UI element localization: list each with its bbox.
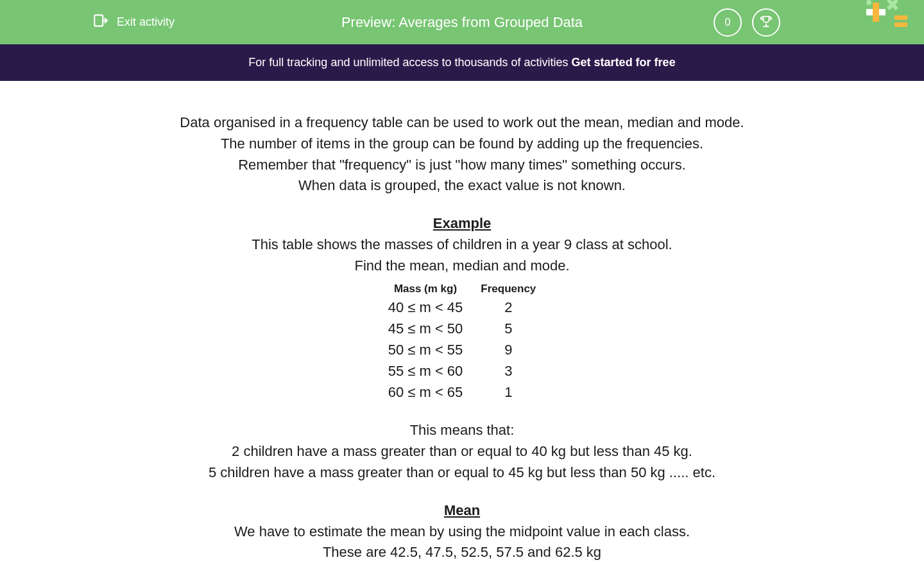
freq-cell: 2: [472, 297, 545, 319]
explanation-line: This means that:: [26, 421, 898, 441]
mean-heading: Mean: [26, 501, 898, 521]
table-row: 40 ≤ m < 45 2: [379, 297, 545, 319]
mass-cell: 60 ≤ m < 65: [379, 382, 472, 403]
intro-line: Data organised in a frequency table can …: [26, 113, 898, 133]
mean-block: Mean We have to estimate the mean by usi…: [26, 501, 898, 578]
explanation-block: This means that: 2 children have a mass …: [26, 421, 898, 482]
freq-cell: 9: [472, 340, 545, 361]
brand-logo-icon: [866, 0, 911, 33]
freq-cell: 5: [472, 319, 545, 340]
svg-rect-5: [879, 9, 886, 15]
col-header-mass: Mass (m kg): [379, 280, 472, 298]
table-header-row: Mass (m kg) Frequency: [379, 280, 545, 298]
example-line: This table shows the masses of children …: [26, 235, 898, 255]
mass-cell: 55 ≤ m < 60: [379, 361, 472, 382]
explanation-line: 5 children have a mass greater than or e…: [26, 463, 898, 483]
col-header-freq: Frequency: [472, 280, 545, 298]
frequency-table: Mass (m kg) Frequency 40 ≤ m < 45 2 45 ≤…: [379, 280, 545, 403]
lesson-content: Data organised in a frequency table can …: [0, 81, 924, 578]
svg-rect-8: [894, 15, 907, 20]
mean-line: These are 42.5, 47.5, 52.5, 57.5 and 62.…: [26, 543, 898, 563]
svg-rect-3: [873, 9, 879, 15]
example-block: Example This table shows the masses of c…: [26, 214, 898, 403]
intro-block: Data organised in a frequency table can …: [26, 113, 898, 196]
upsell-banner[interactable]: For full tracking and unlimited access t…: [0, 44, 924, 81]
banner-prefix: For full tracking and unlimited access t…: [248, 56, 571, 69]
score-badge[interactable]: 0: [714, 8, 742, 37]
mean-line: We have to estimate the mean by using th…: [26, 522, 898, 542]
exit-icon: [92, 12, 109, 32]
table-row: 50 ≤ m < 55 9: [379, 340, 545, 361]
svg-point-10: [866, 0, 871, 5]
svg-rect-9: [894, 22, 907, 27]
svg-rect-0: [94, 15, 103, 26]
freq-cell: 1: [472, 382, 545, 403]
intro-line: When data is grouped, the exact value is…: [26, 176, 898, 196]
trophy-button[interactable]: [752, 8, 780, 37]
svg-rect-4: [873, 15, 879, 22]
explanation-line: 2 children have a mass greater than or e…: [26, 442, 898, 462]
app-header: Exit activity Preview: Averages from Gro…: [0, 0, 924, 44]
table-row: 55 ≤ m < 60 3: [379, 361, 545, 382]
exit-activity-button[interactable]: Exit activity: [92, 12, 175, 32]
intro-line: Remember that "frequency" is just "how m…: [26, 155, 898, 175]
mass-cell: 40 ≤ m < 45: [379, 297, 472, 319]
svg-rect-2: [873, 3, 879, 9]
mass-cell: 50 ≤ m < 55: [379, 340, 472, 361]
freq-cell: 3: [472, 361, 545, 382]
table-row: 60 ≤ m < 65 1: [379, 382, 545, 403]
page-title: Preview: Averages from Grouped Data: [341, 14, 583, 31]
mass-cell: 45 ≤ m < 50: [379, 319, 472, 340]
score-value: 0: [725, 17, 731, 28]
table-row: 45 ≤ m < 50 5: [379, 319, 545, 340]
header-controls: 0: [714, 8, 780, 37]
example-heading: Example: [26, 214, 898, 234]
banner-cta: Get started for free: [572, 56, 676, 69]
svg-rect-1: [866, 9, 873, 15]
exit-label: Exit activity: [117, 15, 175, 29]
intro-line: The number of items in the group can be …: [26, 134, 898, 154]
trophy-icon: [759, 14, 773, 31]
example-line: Find the mean, median and mode.: [26, 256, 898, 276]
